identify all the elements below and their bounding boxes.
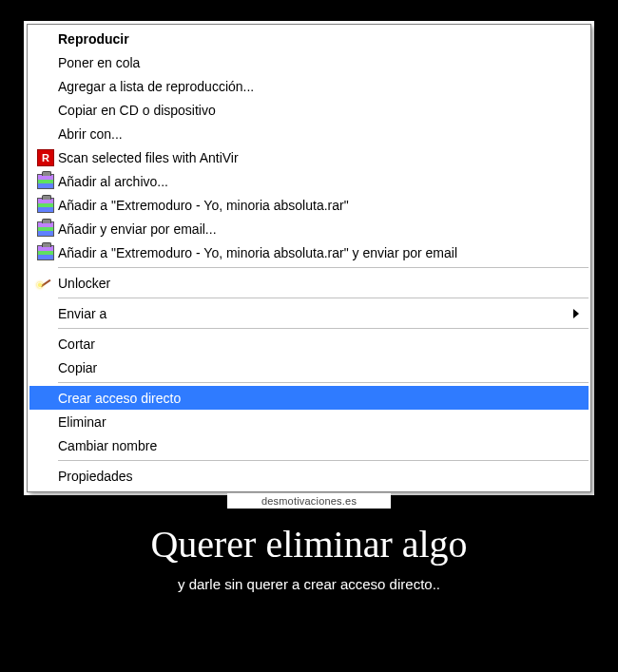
demotivational-poster: ReproducirPoner en colaAgregar a lista d… — [0, 0, 618, 672]
menu-item[interactable]: Unlocker — [29, 271, 589, 295]
menu-item-label: Unlocker — [58, 276, 583, 291]
context-menu[interactable]: ReproducirPoner en colaAgregar a lista d… — [27, 24, 591, 492]
menu-item-icon-slot — [33, 304, 58, 323]
watermark-bar: desmotivaciones.es — [227, 493, 391, 509]
menu-item-icon-slot — [33, 125, 58, 144]
winrar-icon — [37, 198, 54, 213]
menu-item[interactable]: Abrir con... — [29, 122, 589, 145]
menu-item-label: Abrir con... — [58, 126, 583, 142]
menu-item[interactable]: Poner en cola — [29, 50, 589, 74]
menu-item-label: Añadir a "Extremoduro - Yo, minoria abso… — [58, 198, 583, 213]
menu-item-icon-slot — [33, 335, 58, 354]
menu-item-icon-slot — [33, 358, 58, 377]
menu-item[interactable]: Cambiar nombre — [29, 433, 589, 457]
winrar-icon — [37, 245, 54, 260]
menu-item[interactable]: Cortar — [29, 332, 589, 355]
menu-item-label: Propiedades — [58, 469, 583, 484]
winrar-icon — [37, 174, 54, 189]
menu-item-icon-slot — [33, 389, 58, 408]
menu-item-icon-slot — [33, 29, 58, 48]
menu-item-label: Cambiar nombre — [58, 438, 583, 453]
menu-item-label: Scan selected files with AntiVir — [58, 150, 583, 165]
menu-item[interactable]: Eliminar — [29, 410, 589, 433]
unlocker-icon — [38, 276, 53, 291]
menu-item-icon-slot: R — [33, 148, 58, 167]
poster-subtitle: y darle sin querer a crear acceso direct… — [178, 576, 440, 592]
menu-item-label: Enviar a — [58, 306, 573, 321]
menu-item-icon-slot — [33, 172, 58, 191]
menu-item[interactable]: Propiedades — [29, 464, 589, 488]
menu-item-icon-slot — [33, 101, 58, 120]
menu-item[interactable]: Agregar a lista de reproducción... — [29, 74, 589, 98]
menu-item-label: Añadir al archivo... — [58, 174, 583, 189]
menu-item[interactable]: Añadir a "Extremoduro - Yo, minoria abso… — [29, 193, 589, 217]
menu-item[interactable]: RScan selected files with AntiVir — [29, 145, 589, 169]
menu-item-icon-slot — [33, 413, 58, 432]
menu-item-icon-slot — [33, 467, 58, 486]
menu-item-label: Eliminar — [58, 414, 583, 430]
menu-item-icon-slot — [33, 220, 58, 239]
menu-separator — [58, 298, 589, 298]
menu-item[interactable]: Añadir y enviar por email... — [29, 217, 589, 240]
chevron-right-icon — [573, 309, 579, 318]
menu-item[interactable]: Reproducir — [29, 27, 589, 50]
menu-separator — [58, 328, 589, 329]
menu-item[interactable]: Copiar en CD o dispositivo — [29, 98, 589, 122]
menu-item-icon-slot — [33, 53, 58, 72]
menu-separator — [58, 460, 589, 461]
menu-item[interactable]: Copiar — [29, 355, 589, 379]
menu-item[interactable]: Añadir al archivo... — [29, 169, 589, 193]
menu-item-icon-slot — [33, 274, 58, 293]
poster-title: Querer eliminar algo — [150, 522, 467, 566]
menu-item-icon-slot — [33, 77, 58, 96]
menu-item-label: Cortar — [58, 336, 583, 352]
winrar-icon — [37, 221, 54, 237]
menu-item-icon-slot — [33, 243, 58, 262]
menu-item-label: Agregar a lista de reproducción... — [58, 79, 583, 94]
menu-item-icon-slot — [33, 196, 58, 215]
menu-item-label: Reproducir — [58, 31, 583, 47]
menu-item[interactable]: Añadir a "Extremoduro - Yo, minoria abso… — [29, 240, 589, 264]
menu-item-icon-slot — [33, 436, 58, 455]
menu-separator — [58, 267, 589, 268]
menu-item-label: Copiar en CD o dispositivo — [58, 103, 583, 118]
menu-item-label: Copiar — [58, 360, 583, 375]
menu-item[interactable]: Crear acceso directo — [29, 386, 589, 410]
antivir-icon: R — [37, 149, 54, 166]
menu-item-label: Crear acceso directo — [58, 391, 583, 406]
menu-item[interactable]: Enviar a — [29, 301, 589, 325]
menu-item-label: Poner en cola — [58, 55, 583, 70]
menu-separator — [58, 382, 589, 383]
menu-item-label: Añadir a "Extremoduro - Yo, minoria abso… — [58, 245, 583, 260]
menu-item-label: Añadir y enviar por email... — [58, 221, 583, 237]
image-frame: ReproducirPoner en colaAgregar a lista d… — [24, 21, 594, 495]
